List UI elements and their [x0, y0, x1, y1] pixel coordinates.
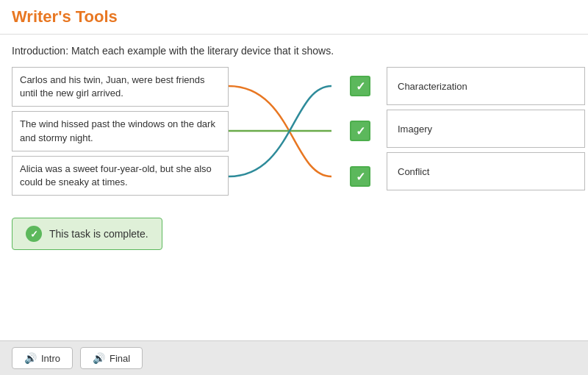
instruction-text: Introduction: Match each example with th…: [12, 45, 576, 57]
final-speaker-icon: 🔊: [93, 352, 105, 364]
right-item-3[interactable]: Conflict: [387, 152, 585, 190]
footer: 🔊 Intro 🔊 Final: [0, 340, 588, 375]
final-label: Final: [110, 353, 130, 364]
check-2: ✓: [350, 121, 370, 141]
matching-area: Carlos and his twin, Juan, were best fri…: [12, 67, 585, 196]
app-title: Writer's Tools: [12, 7, 118, 26]
complete-icon: ✓: [26, 226, 42, 242]
right-item-2[interactable]: Imagery: [387, 110, 585, 148]
left-column: Carlos and his twin, Juan, were best fri…: [12, 67, 229, 196]
intro-label: Intro: [41, 353, 60, 364]
intro-speaker-icon: 🔊: [24, 352, 37, 364]
left-item-3[interactable]: Alicia was a sweet four-year-old, but sh…: [12, 156, 229, 196]
left-item-2[interactable]: The wind hissed past the windows on the …: [12, 111, 229, 151]
left-item-1[interactable]: Carlos and his twin, Juan, were best fri…: [12, 67, 229, 107]
complete-text: This task is complete.: [49, 228, 148, 240]
check-1: ✓: [350, 76, 370, 96]
complete-area: ✓ This task is complete.: [12, 218, 576, 250]
final-button[interactable]: 🔊 Final: [80, 347, 143, 369]
complete-box: ✓ This task is complete.: [12, 218, 162, 250]
right-column: Characterization Imagery Conflict: [387, 67, 585, 190]
connector-area: ✓ ✓ ✓: [229, 67, 357, 196]
check-3: ✓: [350, 166, 370, 187]
main-content: Introduction: Match each example with th…: [0, 35, 588, 340]
intro-button[interactable]: 🔊 Intro: [12, 347, 73, 369]
header: Writer's Tools: [0, 0, 588, 35]
right-item-1[interactable]: Characterization: [387, 67, 585, 105]
